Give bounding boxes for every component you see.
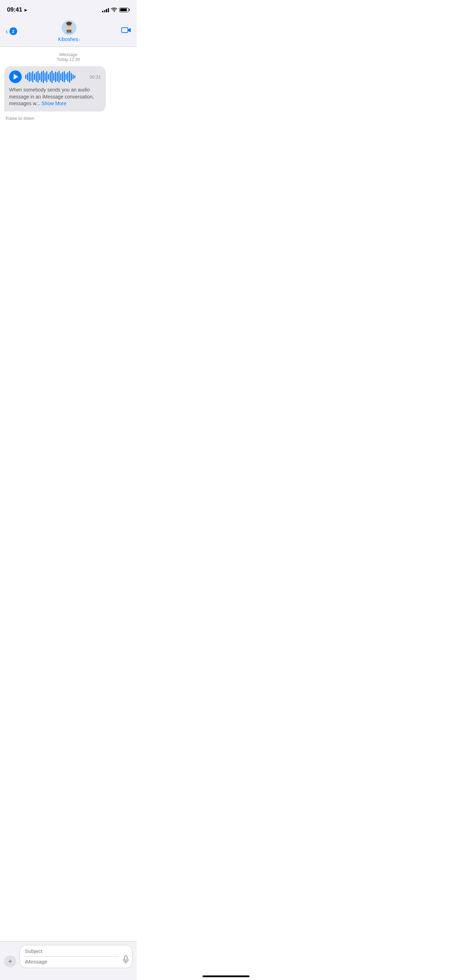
waveform-bar: [34, 73, 35, 80]
waveform-bar: [41, 72, 42, 82]
waveform-bar: [67, 72, 68, 81]
signal-bar-3: [106, 9, 107, 12]
back-count-badge: 2: [10, 27, 17, 35]
audio-waveform: [25, 70, 86, 83]
avatar-image: 🍎: [62, 20, 76, 35]
waveform-bar: [48, 74, 49, 80]
message-timestamp: iMessage Today 12:39: [0, 52, 137, 62]
svg-text:🍎: 🍎: [68, 30, 70, 32]
contact-chevron-icon: ›: [79, 37, 80, 42]
waveform-bar: [57, 72, 58, 81]
svg-rect-9: [122, 28, 128, 33]
show-more-button[interactable]: Show More: [42, 100, 67, 106]
battery-icon: [119, 8, 130, 12]
waveform-bar: [25, 75, 26, 79]
waveform-bar: [65, 73, 67, 80]
waveform-bar: [69, 71, 70, 83]
waveform-bar: [64, 71, 65, 83]
waveform-bar: [46, 71, 47, 83]
contact-header[interactable]: 🍎 Kiboshes ›: [58, 20, 80, 42]
play-button[interactable]: [9, 70, 22, 83]
time-display: 09:41: [7, 6, 22, 13]
avatar: 🍎: [62, 20, 76, 35]
waveform-bar: [50, 72, 51, 82]
waveform-bar: [73, 74, 73, 79]
contact-name-text: Kiboshes: [58, 37, 78, 42]
waveform-bar: [62, 72, 63, 82]
audio-player: 00:31: [9, 70, 101, 83]
waveform-bar: [30, 73, 32, 81]
waveform-bar: [59, 71, 60, 83]
waveform-bar: [29, 72, 30, 82]
waveform-bar: [32, 71, 33, 83]
svg-point-3: [68, 25, 68, 26]
waveform-bar: [71, 73, 72, 81]
waveform-bar: [55, 72, 56, 82]
audio-message-container: 00:31 When somebody sends you an audio m…: [0, 66, 137, 111]
location-arrow-icon: ►: [24, 7, 28, 13]
waveform-bar: [53, 73, 54, 81]
play-icon: [14, 74, 18, 80]
waveform-bar: [51, 70, 53, 83]
status-icons: [102, 7, 130, 12]
waveform-bar: [36, 72, 37, 82]
back-button[interactable]: ‹ 2: [6, 27, 17, 35]
back-chevron-icon: ‹: [6, 28, 8, 35]
video-camera-icon: [121, 27, 131, 33]
svg-rect-8: [65, 33, 73, 33]
video-call-button[interactable]: [121, 27, 131, 36]
signal-bar-1: [102, 11, 103, 12]
svg-point-4: [70, 25, 70, 26]
waveform-bar: [43, 70, 44, 83]
messages-area: iMessage Today 12:39: [0, 47, 137, 257]
signal-bar-4: [108, 8, 109, 12]
waveform-bar: [45, 73, 46, 81]
waveform-bar: [74, 75, 75, 78]
svg-point-2: [66, 22, 72, 25]
signal-bars-icon: [102, 7, 109, 12]
navigation-header: ‹ 2 🍎: [0, 18, 137, 47]
datetime-label: Today 12:39: [0, 57, 137, 62]
wifi-icon: [111, 8, 117, 12]
status-time: 09:41 ►: [7, 6, 28, 13]
audio-message-bubble: 00:31 When somebody sends you an audio m…: [4, 66, 106, 111]
waveform-bar: [60, 73, 61, 80]
waveform-bar: [27, 73, 28, 80]
raise-to-listen-label: Raise to listen: [0, 114, 137, 123]
contact-name-label: Kiboshes ›: [58, 37, 80, 42]
service-label: iMessage: [0, 52, 137, 57]
waveform-bar: [39, 73, 40, 80]
signal-bar-2: [104, 10, 105, 12]
audio-transcript: When somebody sends you an audio message…: [9, 87, 101, 107]
audio-duration: 00:31: [89, 74, 101, 80]
status-bar: 09:41 ►: [0, 0, 137, 18]
waveform-bar: [38, 71, 38, 83]
